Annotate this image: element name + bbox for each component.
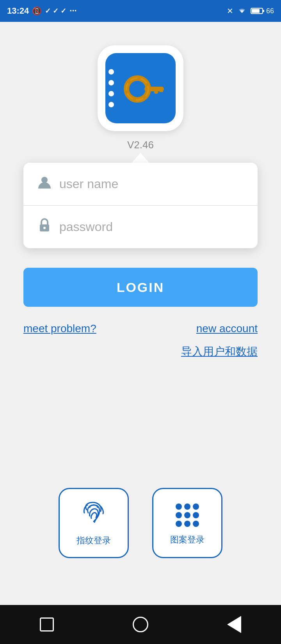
nav-recents-button[interactable] [37, 615, 57, 634]
battery-status: 66 [251, 7, 274, 15]
notebook-lines [108, 69, 114, 107]
status-time: 13:24 [7, 6, 29, 16]
app-icon-wrapper [98, 45, 183, 131]
status-left: 13:24 📵 ✓ ✓ ✓ ··· [7, 6, 77, 16]
svg-rect-1 [252, 9, 260, 13]
nav-home-button[interactable] [131, 615, 150, 634]
login-card [23, 163, 258, 248]
key-icon [117, 65, 164, 112]
login-button[interactable]: LOGIN [23, 268, 258, 307]
card-pointer [131, 153, 150, 164]
svg-rect-7 [159, 87, 163, 92]
meet-problem-link[interactable]: meet problem? [23, 322, 96, 335]
new-account-link[interactable]: new account [196, 322, 258, 335]
fingerprint-button[interactable]: 指纹登录 [59, 488, 129, 558]
status-bar: 13:24 📵 ✓ ✓ ✓ ··· ✕ 66 [0, 0, 281, 22]
password-input[interactable] [59, 220, 244, 234]
fingerprint-icon [78, 500, 109, 531]
pattern-label: 图案登录 [170, 534, 205, 546]
user-icon [37, 175, 52, 193]
svg-rect-2 [263, 10, 264, 12]
back-icon [227, 616, 241, 633]
app-icon [105, 53, 176, 123]
lock-icon [37, 218, 52, 236]
pattern-button[interactable]: 图案登录 [152, 488, 222, 558]
version-text: V2.46 [127, 139, 154, 151]
svg-point-11 [43, 227, 46, 229]
wifi-icon [237, 6, 247, 16]
pattern-icon [173, 500, 202, 530]
home-icon [133, 617, 148, 632]
check-icons: ✓ ✓ ✓ [45, 7, 66, 15]
username-row [23, 163, 258, 206]
more-icon: ··· [69, 6, 76, 16]
biometric-row: 指纹登录 图案登录 [59, 457, 222, 558]
nav-back-button[interactable] [224, 615, 244, 634]
fingerprint-label: 指纹登录 [76, 535, 111, 546]
username-input[interactable] [59, 177, 244, 191]
login-card-container [23, 163, 258, 248]
status-right: ✕ 66 [227, 6, 274, 16]
links-row: meet problem? new account [23, 322, 258, 335]
recents-icon [40, 617, 54, 632]
signal-icon: 📵 [32, 6, 42, 16]
svg-point-9 [41, 177, 48, 183]
password-row [23, 206, 258, 248]
svg-rect-6 [154, 87, 158, 94]
sim-icon: ✕ [227, 6, 233, 16]
svg-point-4 [132, 84, 143, 94]
main-content: V2.46 [0, 22, 281, 605]
nav-bar [0, 605, 281, 644]
import-row: 导入用户和数据 [23, 344, 258, 359]
import-data-link[interactable]: 导入用户和数据 [181, 344, 258, 359]
